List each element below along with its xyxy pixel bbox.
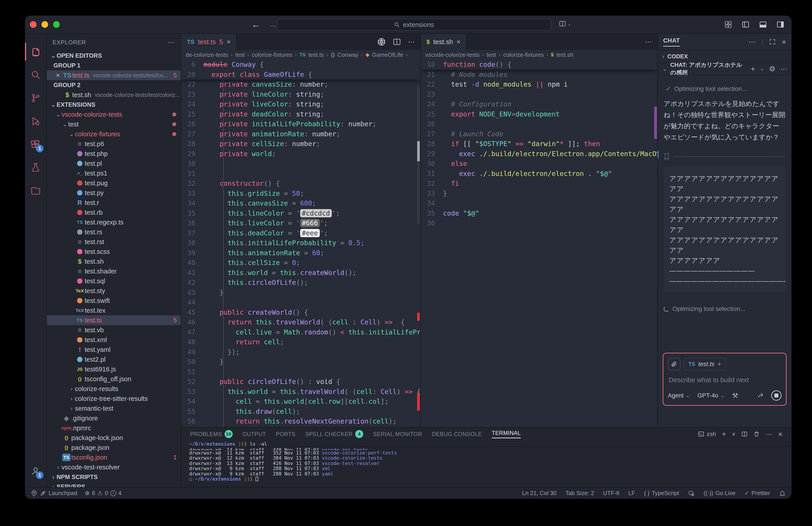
agent-mode-dropdown[interactable]: Agent⌄ <box>668 392 690 399</box>
toggle-sidebar-icon[interactable] <box>741 19 751 29</box>
split-terminal-icon[interactable] <box>741 431 748 437</box>
tree-file-test.rst[interactable]: ≡test.rst <box>47 237 181 247</box>
add-context-icon[interactable]: + <box>717 360 722 368</box>
command-center-search[interactable]: extensions <box>277 19 551 31</box>
tree-file-test.php[interactable]: test.php <box>47 149 181 159</box>
section-header[interactable]: ⌄OPEN EDITORS <box>47 51 181 61</box>
problems-status[interactable]: ⊗6 ⚠0 i4 <box>85 490 122 497</box>
panel-tab-debug-console[interactable]: DEBUG CONSOLE <box>432 431 482 437</box>
codex-section-header[interactable]: › CODEX <box>658 50 792 62</box>
tree-file-test6916.js[interactable]: JStest6916.js <box>47 364 181 374</box>
customize-layout-icon[interactable] <box>723 19 733 29</box>
tree-file-tsconfig.json[interactable]: TStsconfig.json1 <box>47 452 181 462</box>
activity-source-control-icon[interactable] <box>25 86 47 109</box>
code-editor-test-sh[interactable]: 18function code() { 21 # Node modules22 … <box>421 60 657 427</box>
activity-folder-icon[interactable] <box>25 179 47 202</box>
activity-account-icon[interactable]: 1 <box>25 460 47 483</box>
tab-close-icon[interactable]: × <box>227 38 231 46</box>
section-header[interactable]: ›NPM SCRIPTS <box>47 472 181 482</box>
tree-file-test.tex[interactable]: TeXtest.tex <box>47 305 181 315</box>
tree-folder-test[interactable]: ⌄test <box>47 119 181 129</box>
tree-file-test.regexp.ts[interactable]: TStest.regexp.ts <box>47 217 181 227</box>
eol-sequence[interactable]: LF <box>628 490 635 497</box>
tree-file-test.pl[interactable]: test.pl <box>47 159 181 168</box>
go-live-button[interactable]: ((·))Go Live <box>704 490 735 497</box>
close-panel-icon[interactable]: × <box>778 430 783 438</box>
kill-terminal-trash-icon[interactable] <box>753 431 760 437</box>
chevron-down-icon[interactable]: ⌄ <box>760 66 764 72</box>
chat-input-placeholder[interactable]: Describe what to build next <box>669 376 781 384</box>
tree-file-test.xml[interactable]: test.xml <box>47 335 181 345</box>
nav-forward-button[interactable]: → <box>268 19 277 30</box>
traffic-close-button[interactable] <box>30 21 37 28</box>
stop-button[interactable] <box>771 390 782 401</box>
chat-input-box[interactable]: TS test.ts + Describe what to build next… <box>663 353 787 406</box>
tree-file-test.pug[interactable]: test.pug <box>47 178 181 188</box>
open-editor-item[interactable]: $test.shvscode-colorize-tests/test/color… <box>47 90 181 100</box>
panel-tab-output[interactable]: OUTPUT <box>243 431 266 437</box>
chat-settings-gear-icon[interactable]: ⚙ <box>769 64 775 73</box>
tree-file-test.rb[interactable]: test.rb <box>47 208 181 217</box>
tree-file-package-lock.json[interactable]: {}package-lock.json <box>47 433 181 443</box>
activity-run-debug-icon[interactable] <box>25 109 47 133</box>
tree-file-test.p6[interactable]: ≡test.p6 <box>47 139 181 149</box>
tree-file-test.ts[interactable]: TStest.ts5 <box>47 315 181 325</box>
remote-indicator[interactable]: Launchpad <box>31 490 77 497</box>
notifications-bell-icon[interactable] <box>779 490 786 497</box>
breadcrumb-item[interactable]: GameOfLife <box>372 51 403 58</box>
traffic-minimize-button[interactable] <box>41 21 48 28</box>
breadcrumb-item[interactable]: test.sh <box>556 51 573 58</box>
indentation[interactable]: Tab Size: 2 <box>565 490 594 497</box>
breadcrumb[interactable]: vscode-colorize-tests›test›colorize-fixt… <box>421 50 657 60</box>
editor-group-label[interactable]: GROUP 1 <box>47 61 181 70</box>
tree-file-.npmrc[interactable]: npm.npmrc <box>47 423 181 433</box>
tree-folder-vscode-test-resolver[interactable]: ›vscode-test-resolver <box>47 462 181 472</box>
tree-file-test.py[interactable]: test.py <box>47 188 181 198</box>
breadcrumb-item[interactable]: colorize-fixtures <box>503 51 544 58</box>
prettier-status[interactable]: ✓Prettier <box>744 490 770 497</box>
encoding[interactable]: UTF-8 <box>603 490 620 497</box>
panel-kebab-icon[interactable]: ⋯ <box>765 430 772 438</box>
tree-file-tsconfig_off.json[interactable]: {}tsconfig_off.json <box>47 374 181 384</box>
language-mode[interactable]: { }TypeScript <box>644 490 679 497</box>
tree-folder-semantic-test[interactable]: ›semantic-test <box>47 404 181 413</box>
breadcrumb-item[interactable]: test.ts <box>308 51 324 58</box>
breadcrumb-item[interactable]: test <box>487 51 496 58</box>
code-editor-test-ts[interactable]: 6module Conway {20 export class GameOfLi… <box>181 60 420 427</box>
send-icon[interactable] <box>757 391 765 400</box>
open-editor-item[interactable]: ×TStest.tsvscode-colorize-tests/test/co.… <box>47 70 181 80</box>
tree-file-test.rs[interactable]: test.rs <box>47 227 181 237</box>
tree-file-test.ps1[interactable]: >_test.ps1 <box>47 168 181 178</box>
activity-search-icon[interactable] <box>25 63 47 86</box>
tree-file-test.scss[interactable]: test.scss <box>47 247 181 257</box>
editor-group-label[interactable]: GROUP 2 <box>47 80 181 90</box>
model-dropdown[interactable]: GPT-4o⌄ <box>697 392 724 399</box>
new-chat-icon[interactable]: + <box>751 64 755 73</box>
editor-actions-icon[interactable]: ⋯ <box>408 37 415 46</box>
openai-codex-icon[interactable] <box>377 37 386 46</box>
tree-file-.gitignore[interactable]: ◆.gitignore <box>47 413 181 423</box>
breadcrumb-item[interactable]: vscode-colorize-tests <box>425 51 480 58</box>
terminal-dropdown-icon[interactable]: ∨ <box>732 431 736 437</box>
attach-context-button[interactable] <box>668 358 680 370</box>
tab-test-sh[interactable]: $ test.sh × <box>421 34 467 50</box>
panel-tab-serial-monitor[interactable]: SERIAL MONITOR <box>373 431 422 437</box>
tree-folder-vscode-colorize-tests[interactable]: ⌄vscode-colorize-tests <box>47 109 181 119</box>
nav-back-button[interactable]: ← <box>251 19 260 30</box>
editor-actions-icon[interactable]: ⋯ <box>645 37 652 46</box>
layout-toggle-dropdown[interactable]: ⌄ <box>559 20 571 28</box>
breadcrumb[interactable]: de-colorize-tests›test›colorize-fixtures… <box>181 50 420 60</box>
section-header[interactable]: ⌄EXTENSIONS <box>47 100 181 109</box>
tree-file-test.vb[interactable]: ≡test.vb <box>47 325 181 335</box>
split-editor-icon[interactable] <box>393 37 401 46</box>
chat-view-header[interactable]: ⌄ CHAT: アポカリプスホテルの感想 + ⌄ ⚙ ⋯ <box>658 62 792 75</box>
tree-file-test.swift[interactable]: test.swift <box>47 296 181 305</box>
new-terminal-icon[interactable]: + <box>722 430 726 438</box>
section-header[interactable]: ›SERVERS <box>47 482 181 487</box>
tree-folder-colorize-results[interactable]: ›colorize-results <box>47 384 181 394</box>
activity-extensions-icon[interactable]: 1 <box>25 133 47 156</box>
context-chip-test-ts[interactable]: TS test.ts + <box>684 358 726 370</box>
chat-panel-title[interactable]: CHAT <box>663 37 680 47</box>
panel-tab-ports[interactable]: PORTS <box>276 431 295 437</box>
tree-file-test.sh[interactable]: $test.sh <box>47 257 181 266</box>
